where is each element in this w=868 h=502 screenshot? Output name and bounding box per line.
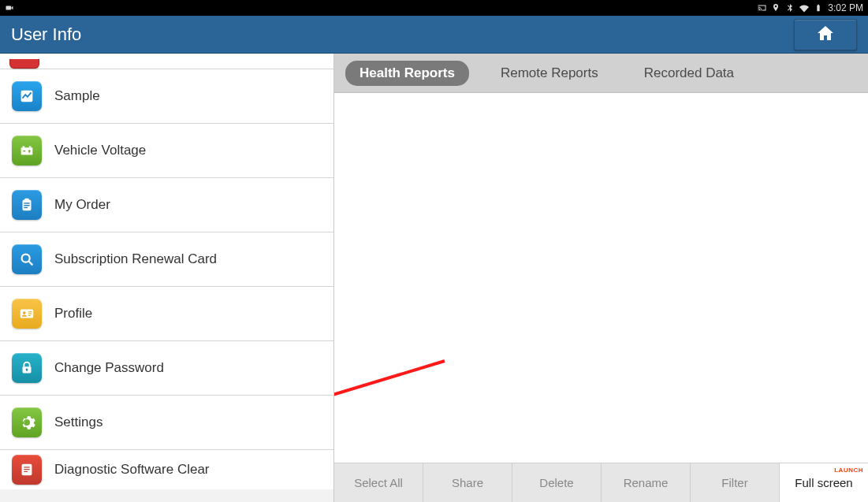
full-screen-button[interactable]: Full screen LAUNCH <box>780 463 868 502</box>
page-title: User Info <box>11 24 81 45</box>
clipboard-icon <box>12 190 42 220</box>
tab-remote-reports[interactable]: Remote Reports <box>486 61 613 86</box>
select-all-button[interactable]: Select All <box>334 463 423 502</box>
svg-rect-12 <box>24 207 28 208</box>
gear-icon <box>12 407 42 437</box>
bluetooth-icon <box>785 3 795 13</box>
sidebar-item-label: Diagnostic Software Clear <box>54 462 210 478</box>
svg-point-16 <box>23 311 26 314</box>
sidebar-item-diagnostic-clear[interactable]: Diagnostic Software Clear <box>0 450 333 489</box>
svg-rect-10 <box>24 203 29 203</box>
full-screen-label: Full screen <box>795 476 852 489</box>
partial-previous-item[interactable] <box>0 54 333 69</box>
sidebar-item-label: Profile <box>54 306 92 322</box>
cast-icon <box>757 3 766 13</box>
delete-button[interactable]: Delete <box>512 463 602 502</box>
svg-line-14 <box>29 262 33 266</box>
svg-rect-4 <box>29 147 32 148</box>
svg-rect-2 <box>21 147 33 154</box>
svg-rect-5 <box>23 151 25 151</box>
svg-rect-22 <box>26 370 27 371</box>
filter-button[interactable]: Filter <box>691 463 780 502</box>
sidebar-item-label: Subscription Renewal Card <box>54 251 217 267</box>
svg-rect-24 <box>24 467 29 467</box>
tab-health-reports[interactable]: Health Reports <box>345 61 469 86</box>
battery-icon <box>814 3 823 13</box>
sidebar-item-profile[interactable]: Profile <box>0 287 333 341</box>
sidebar[interactable]: Sample Vehicle Voltage My Order Subscrip… <box>0 54 334 502</box>
sidebar-item-sample[interactable]: Sample <box>0 69 333 124</box>
tabs-bar: Health Reports Remote Reports Recorded D… <box>334 54 868 93</box>
sidebar-item-my-order[interactable]: My Order <box>0 178 333 232</box>
svg-rect-3 <box>23 147 25 148</box>
id-card-icon <box>12 299 42 329</box>
chart-icon <box>12 81 42 111</box>
svg-rect-7 <box>29 150 30 153</box>
home-icon <box>816 24 835 46</box>
share-button[interactable]: Share <box>423 463 512 502</box>
sidebar-item-label: Vehicle Voltage <box>54 143 146 158</box>
sidebar-item-subscription-renewal[interactable]: Subscription Renewal Card <box>0 232 333 287</box>
status-time: 3:02 PM <box>828 2 863 13</box>
svg-rect-0 <box>6 6 12 10</box>
svg-rect-18 <box>28 314 32 314</box>
lock-icon <box>12 353 42 383</box>
sidebar-item-vehicle-voltage[interactable]: Vehicle Voltage <box>0 124 333 178</box>
home-button[interactable] <box>794 19 857 50</box>
sidebar-item-label: My Order <box>54 197 110 213</box>
action-bar: Select All Share Delete Rename Filter Fu… <box>334 463 868 502</box>
brand-watermark: LAUNCH <box>834 467 863 474</box>
reports-list-area[interactable] <box>334 93 868 463</box>
sidebar-item-label: Sample <box>54 88 100 104</box>
tab-recorded-data[interactable]: Recorded Data <box>630 61 748 86</box>
svg-point-13 <box>22 255 30 262</box>
sidebar-item-label: Change Password <box>54 360 164 376</box>
svg-line-27 <box>334 361 445 440</box>
sidebar-item-settings[interactable]: Settings <box>0 396 333 450</box>
svg-rect-25 <box>24 469 29 470</box>
svg-rect-11 <box>24 205 29 206</box>
document-icon <box>12 455 42 485</box>
app-header: User Info <box>0 16 868 54</box>
sidebar-item-label: Settings <box>54 415 102 430</box>
svg-rect-17 <box>28 311 32 312</box>
sidebar-item-change-password[interactable]: Change Password <box>0 341 333 396</box>
rename-button[interactable]: Rename <box>602 463 691 502</box>
camera-icon <box>5 3 14 13</box>
annotation-arrow <box>334 353 453 448</box>
location-icon <box>771 3 780 13</box>
search-icon <box>12 244 42 274</box>
svg-rect-19 <box>28 315 31 316</box>
wifi-icon <box>799 3 809 13</box>
android-status-bar: 3:02 PM <box>0 0 868 16</box>
battery-icon <box>12 136 42 165</box>
main-panel: Health Reports Remote Reports Recorded D… <box>334 54 868 502</box>
svg-rect-9 <box>24 199 29 202</box>
partial-icon <box>9 59 39 69</box>
svg-rect-26 <box>24 471 28 472</box>
